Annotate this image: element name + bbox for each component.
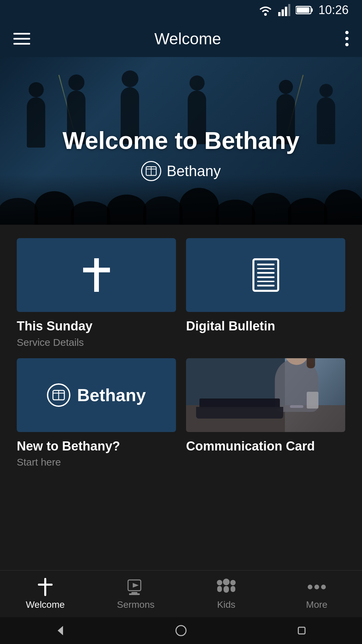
bulletin-icon — [252, 258, 279, 292]
app-header: Welcome — [0, 20, 362, 57]
kids-nav-label: Kids — [217, 599, 235, 610]
svg-rect-3 — [285, 7, 287, 16]
svg-point-28 — [321, 585, 326, 589]
hero-logo-text: Bethany — [167, 163, 221, 179]
status-icons: 10:26 — [258, 3, 349, 17]
communication-card-image — [186, 358, 345, 432]
communication-card[interactable]: Communication Card — [186, 358, 345, 468]
wifi-icon — [258, 4, 273, 16]
hero-banner: Welcome to Bethany Bethany — [0, 57, 362, 225]
svg-rect-14 — [44, 578, 46, 596]
cards-grid: This Sunday Service Details Digital Bull… — [17, 238, 345, 468]
more-nav-icon — [307, 578, 327, 596]
nav-item-sermons[interactable]: Sermons — [90, 578, 181, 610]
svg-point-24 — [230, 580, 236, 585]
this-sunday-title: This Sunday — [17, 319, 176, 334]
svg-rect-4 — [288, 4, 290, 16]
back-button[interactable] — [52, 622, 69, 639]
home-button[interactable] — [173, 622, 189, 639]
sermons-nav-icon — [127, 578, 144, 596]
status-time: 10:26 — [318, 3, 349, 17]
new-to-bethany-subtitle: Start here — [17, 457, 176, 468]
kids-nav-icon — [216, 578, 236, 596]
sermons-nav-label: Sermons — [117, 599, 155, 610]
status-bar: 10:26 — [0, 0, 362, 20]
svg-point-0 — [264, 13, 267, 16]
svg-rect-25 — [231, 586, 235, 592]
svg-rect-19 — [129, 593, 140, 595]
svg-rect-23 — [224, 586, 229, 593]
system-navigation — [0, 617, 362, 644]
hamburger-menu-button[interactable] — [13, 33, 30, 45]
main-content: This Sunday Service Details Digital Bull… — [0, 225, 362, 498]
svg-rect-1 — [278, 12, 281, 16]
svg-rect-7 — [297, 7, 309, 13]
hero-logo-icon — [141, 161, 161, 181]
svg-point-27 — [314, 585, 319, 589]
svg-point-20 — [217, 580, 222, 585]
new-to-bethany-card[interactable]: Bethany New to Bethany? Start here — [17, 358, 176, 468]
svg-marker-29 — [58, 626, 63, 635]
hero-logo: Bethany — [63, 161, 300, 181]
new-to-bethany-card-image: Bethany — [17, 358, 176, 432]
svg-rect-6 — [311, 8, 313, 12]
nav-item-kids[interactable]: Kids — [181, 578, 272, 610]
welcome-nav-label: Welcome — [26, 599, 65, 610]
cross-icon — [83, 258, 110, 292]
this-sunday-card-image — [17, 238, 176, 312]
new-to-bethany-title: New to Bethany? — [17, 439, 176, 454]
bethany-logo-text-card: Bethany — [77, 385, 146, 405]
svg-rect-15 — [38, 584, 53, 586]
communication-card-title: Communication Card — [186, 439, 345, 454]
nav-item-more[interactable]: More — [272, 578, 362, 610]
this-sunday-subtitle: Service Details — [17, 337, 176, 348]
svg-rect-31 — [298, 627, 305, 634]
hero-content: Welcome to Bethany Bethany — [63, 127, 300, 181]
digital-bulletin-card[interactable]: Digital Bulletin — [186, 238, 345, 348]
bottom-navigation: Welcome Sermons Kids — [0, 570, 362, 617]
digital-bulletin-card-image — [186, 238, 345, 312]
hero-title: Welcome to Bethany — [63, 127, 300, 154]
svg-rect-2 — [282, 9, 284, 16]
more-nav-label: More — [306, 599, 327, 610]
bethany-logo-icon-card — [47, 383, 70, 407]
svg-point-22 — [223, 579, 230, 585]
battery-icon — [296, 5, 313, 15]
header-title: Welcome — [154, 30, 221, 48]
this-sunday-card[interactable]: This Sunday Service Details — [17, 238, 176, 348]
nav-item-welcome[interactable]: Welcome — [0, 578, 90, 610]
digital-bulletin-title: Digital Bulletin — [186, 319, 345, 334]
bethany-logo-card: Bethany — [47, 383, 146, 407]
signal-icon — [278, 4, 290, 16]
more-options-button[interactable] — [345, 31, 349, 46]
svg-point-26 — [308, 585, 312, 589]
svg-point-30 — [176, 626, 186, 636]
welcome-nav-icon — [38, 578, 53, 596]
svg-rect-21 — [217, 586, 222, 592]
svg-marker-17 — [133, 583, 139, 588]
recent-button[interactable] — [293, 622, 310, 639]
